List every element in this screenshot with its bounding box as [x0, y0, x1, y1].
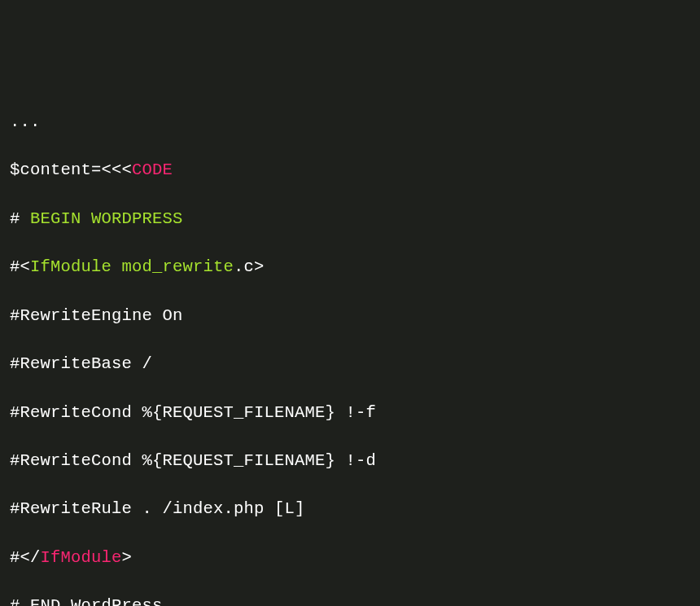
code-line-11: # END WordPress: [10, 594, 690, 606]
code-line-9: #RewriteRule . /index.php [L]: [10, 497, 690, 521]
comment-text: BEGIN WORDPRESS: [30, 209, 183, 228]
code-text: #RewriteRule . /index.php [L]: [10, 499, 305, 518]
code-line-5: #RewriteEngine On: [10, 304, 690, 328]
code-text: # END WordPress: [10, 596, 163, 606]
code-text: .c>: [234, 257, 265, 276]
code-line-4: #<IfModule mod_rewrite.c>: [10, 255, 690, 279]
code-line-2: $content=<<<CODE: [10, 158, 690, 182]
code-line-10: #</IfModule>: [10, 546, 690, 570]
code-text: >: [122, 548, 133, 567]
code-text: #</: [10, 548, 41, 567]
code-line-6: #RewriteBase /: [10, 352, 690, 376]
code-line-7: #RewriteCond %{REQUEST_FILENAME} !-f: [10, 401, 690, 425]
code-text: #<: [10, 257, 30, 276]
code-text: $content=<<<: [10, 160, 132, 179]
code-line-3: # BEGIN WORDPRESS: [10, 207, 690, 231]
code-text: #RewriteCond %{REQUEST_FILENAME} !-f: [10, 403, 376, 422]
code-line-1: ...: [10, 110, 690, 134]
code-hash: #: [10, 209, 30, 228]
code-text: ...: [10, 112, 41, 131]
code-text: #RewriteCond %{REQUEST_FILENAME} !-d: [10, 451, 376, 470]
code-line-8: #RewriteCond %{REQUEST_FILENAME} !-d: [10, 449, 690, 473]
tag-name: IfModule: [41, 548, 122, 567]
code-text: #RewriteBase /: [10, 354, 152, 373]
tag-name: IfModule mod_rewrite: [30, 257, 234, 276]
heredoc-marker: CODE: [132, 160, 173, 179]
code-text: #RewriteEngine On: [10, 306, 183, 325]
